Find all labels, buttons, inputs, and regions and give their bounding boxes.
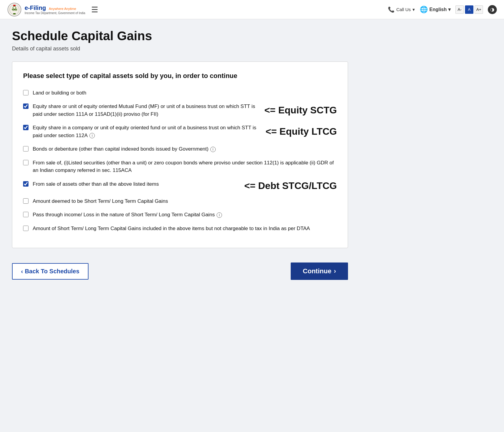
- card-heading: Please select type of capital assets sol…: [23, 71, 337, 81]
- call-us-button[interactable]: 📞 Call Us ▾: [388, 6, 415, 13]
- font-decrease-button[interactable]: A-: [455, 5, 464, 14]
- back-icon: ‹: [21, 268, 23, 275]
- checkbox-label-1: Land or building or both: [33, 89, 337, 97]
- checkbox-item-9: Amount of Short Term/ Long Term Capital …: [23, 225, 337, 232]
- emblem-icon: भारत: [7, 2, 22, 17]
- checkbox-7[interactable]: [23, 198, 28, 204]
- checkbox-item-1: Land or building or both: [23, 89, 337, 97]
- page-subtitle: Details of capital assets sold: [12, 46, 348, 52]
- header: भारत e-Filing Anywhere Anytime Income Ta…: [0, 0, 504, 19]
- contrast-button[interactable]: ◑: [488, 5, 497, 14]
- phone-icon: 📞: [388, 6, 394, 13]
- font-controls: A- A A+: [455, 5, 483, 14]
- hamburger-menu-button[interactable]: ☰: [91, 6, 98, 14]
- checkbox-item-4: Bonds or debenture (other than capital i…: [23, 145, 337, 153]
- checkbox-label-8: Pass through income/ Loss in the nature …: [33, 211, 337, 219]
- back-label: Back To Schedules: [25, 268, 80, 275]
- checkbox-item-2: Equity share or unit of equity oriented …: [23, 103, 337, 118]
- checkbox-1[interactable]: [23, 90, 28, 95]
- info-icon-3[interactable]: i: [89, 133, 95, 138]
- header-right: 📞 Call Us ▾ 🌐 English ▾ A- A A+ ◑: [388, 5, 497, 14]
- checkbox-label-6: From sale of assets other than all the a…: [33, 180, 239, 188]
- checkbox-annotation-6: <= Debt STCG/LTCG: [244, 180, 337, 191]
- checkbox-item-3: Equity share in a company or unit of equ…: [23, 124, 337, 139]
- svg-rect-5: [13, 13, 16, 14]
- continue-icon: ›: [334, 267, 336, 275]
- checkbox-5[interactable]: [23, 160, 28, 165]
- footer-buttons: ‹ Back To Schedules Continue ›: [12, 260, 348, 282]
- capital-assets-card: Please select type of capital assets sol…: [12, 62, 348, 248]
- call-us-chevron: ▾: [412, 7, 415, 12]
- checkbox-annotation-2: <= Equity SCTG: [264, 105, 337, 116]
- checkbox-2[interactable]: [23, 104, 28, 109]
- checkbox-label-7: Amount deemed to be Short Term/ Long Ter…: [33, 197, 337, 205]
- checkbox-item-8: Pass through income/ Loss in the nature …: [23, 211, 337, 219]
- logo-subtitle: Income Tax Department, Government of Ind…: [25, 11, 85, 15]
- efiling-main: e-Filing: [25, 4, 46, 11]
- checkbox-8[interactable]: [23, 212, 28, 217]
- svg-rect-4: [13, 5, 16, 6]
- language-label: English: [429, 7, 447, 12]
- checkbox-9[interactable]: [23, 226, 28, 231]
- checkbox-6[interactable]: [23, 181, 28, 187]
- main-content: Schedule Capital Gains Details of capita…: [0, 19, 360, 292]
- language-chevron: ▾: [448, 7, 451, 12]
- checkbox-3[interactable]: [23, 125, 28, 130]
- checkbox-label-2: Equity share or unit of equity oriented …: [33, 103, 260, 118]
- font-normal-button[interactable]: A: [465, 5, 473, 14]
- globe-icon: 🌐: [420, 6, 428, 14]
- checkbox-label-5: From sale of, (i)Listed securities (othe…: [33, 159, 337, 174]
- logo-text: e-Filing Anywhere Anytime Income Tax Dep…: [25, 4, 85, 15]
- page-title: Schedule Capital Gains: [12, 29, 348, 43]
- logo-efiling-label: e-Filing Anywhere Anytime: [25, 4, 85, 11]
- info-icon-4[interactable]: i: [210, 147, 216, 152]
- checkbox-item-5: From sale of, (i)Listed securities (othe…: [23, 159, 337, 174]
- checkbox-label-4: Bonds or debenture (other than capital i…: [33, 145, 337, 153]
- checkbox-label-3: Equity share in a company or unit of equ…: [33, 124, 261, 139]
- back-to-schedules-button[interactable]: ‹ Back To Schedules: [12, 263, 88, 280]
- checkbox-item-6: From sale of assets other than all the a…: [23, 180, 337, 191]
- checkboxes-container: Land or building or bothEquity share or …: [23, 89, 337, 232]
- continue-button[interactable]: Continue ›: [291, 262, 348, 280]
- checkbox-4[interactable]: [23, 146, 28, 152]
- info-icon-8[interactable]: i: [217, 212, 222, 218]
- svg-text:भारत: भारत: [12, 8, 17, 11]
- header-left: भारत e-Filing Anywhere Anytime Income Ta…: [7, 2, 98, 17]
- font-increase-button[interactable]: A+: [475, 5, 483, 14]
- checkbox-annotation-3: <= Equity LTCG: [266, 126, 337, 137]
- continue-label: Continue: [303, 267, 331, 275]
- logo-area: भारत e-Filing Anywhere Anytime Income Ta…: [7, 2, 85, 17]
- call-us-label: Call Us: [396, 7, 411, 12]
- efiling-tagline: Anywhere Anytime: [49, 7, 76, 10]
- language-button[interactable]: 🌐 English ▾: [420, 6, 451, 14]
- checkbox-label-9: Amount of Short Term/ Long Term Capital …: [33, 225, 337, 232]
- checkbox-item-7: Amount deemed to be Short Term/ Long Ter…: [23, 197, 337, 205]
